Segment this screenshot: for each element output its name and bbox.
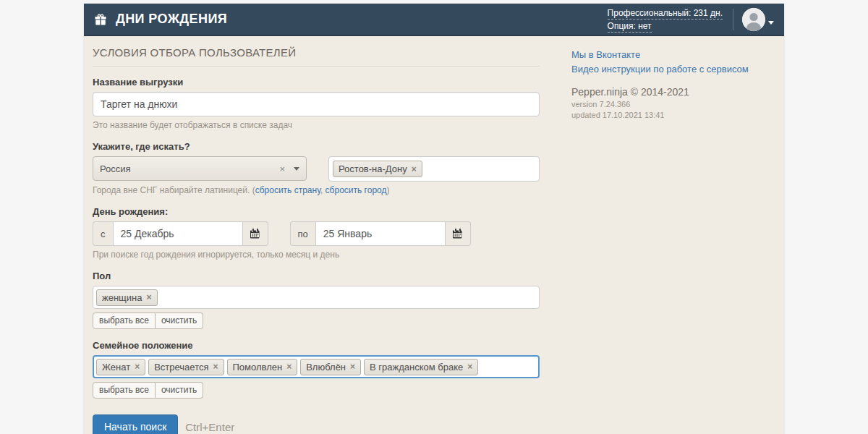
location-help-text: Города вне СНГ набирайте латиницей. ( — [93, 185, 255, 195]
location-help-separator: , — [320, 185, 326, 195]
reset-country-link[interactable]: сбросить страну — [255, 185, 320, 195]
marital-tag-label: Влюблён — [306, 362, 346, 373]
plan-block: Профессиональный: 231 дн. Опция: нет — [608, 7, 723, 33]
export-name-input[interactable] — [93, 92, 540, 116]
marital-tag-label: Помолвлен — [233, 362, 283, 373]
calendar-icon — [453, 229, 463, 239]
date-from-group: с — [93, 221, 268, 246]
date-to-input[interactable] — [315, 221, 446, 246]
export-name-group: Название выгрузки Это название будет ото… — [93, 77, 540, 130]
top-bar: ДНИ РОЖДЕНИЯ Профессиональный: 231 дн. О… — [84, 4, 784, 36]
city-tag-remove-icon[interactable]: × — [412, 164, 417, 174]
hotkey-hint: Ctrl+Enter — [185, 421, 234, 433]
gender-tag-label: женщина — [102, 292, 142, 303]
account-menu[interactable] — [742, 8, 774, 31]
video-instructions-link[interactable]: Видео инструкции по работе с сервисом — [571, 62, 767, 77]
marital-tag-label: В гражданском браке — [370, 362, 463, 373]
marital-tag-remove-icon[interactable]: × — [467, 362, 472, 372]
location-label: Укажите, где искать? — [93, 141, 540, 152]
plan-link[interactable]: Профессиональный: 231 дн. — [608, 8, 723, 20]
avatar — [742, 8, 765, 31]
section-divider — [93, 66, 540, 67]
date-from-calendar-button[interactable] — [243, 221, 268, 246]
app-window: ДНИ РОЖДЕНИЯ Профессиональный: 231 дн. О… — [84, 4, 784, 434]
content-area: УСЛОВИЯ ОТБОРА ПОЛЬЗОВАТЕЛЕЙ Название вы… — [84, 36, 784, 434]
city-input[interactable]: Ростов-на-Дону × — [328, 156, 540, 182]
option-link[interactable]: Опция: нет — [608, 21, 652, 33]
marital-tag-label: Встречается — [154, 362, 208, 373]
country-caret-icon — [294, 167, 299, 171]
gender-label: Пол — [93, 271, 540, 281]
gender-input[interactable]: женщина × — [93, 286, 540, 309]
marital-tag-label: Женат — [102, 362, 130, 373]
start-search-button[interactable]: Начать поиск — [93, 414, 178, 434]
country-remove-icon[interactable]: × — [279, 163, 285, 174]
chevron-down-icon — [768, 21, 774, 25]
marital-tag-remove-icon[interactable]: × — [286, 362, 292, 372]
gender-tag-remove-icon[interactable]: × — [146, 292, 151, 302]
version-text: version 7.24.366 — [571, 100, 767, 109]
marital-tag: Влюблён × — [300, 359, 361, 375]
marital-tag: Встречается × — [148, 359, 224, 375]
marital-tag: Женат × — [96, 359, 145, 375]
date-to-prefix: по — [290, 221, 315, 246]
filter-form: УСЛОВИЯ ОТБОРА ПОЛЬЗОВАТЕЛЕЙ Название вы… — [93, 46, 540, 434]
updated-text: updated 17.10.2021 13:41 — [571, 111, 767, 119]
location-row: Россия × Ростов-на-Дону × — [93, 156, 540, 182]
marital-tag-remove-icon[interactable]: × — [350, 362, 355, 372]
marital-actions: выбрать все очистить — [93, 382, 203, 399]
birthday-label: День рождения: — [93, 206, 540, 217]
location-help-suffix: ) — [387, 185, 390, 195]
topbar-right: Профессиональный: 231 дн. Опция: нет — [608, 7, 774, 33]
birthday-group: День рождения: с — [93, 206, 540, 260]
marital-tag-remove-icon[interactable]: × — [213, 362, 218, 372]
export-name-help: Это название будет отображаться в списке… — [93, 120, 540, 130]
marital-select-all-button[interactable]: выбрать все — [93, 382, 156, 399]
marital-group: Семейное положение Женат × Встречается ×… — [93, 340, 540, 399]
gift-icon — [94, 13, 107, 26]
export-name-label: Название выгрузки — [93, 77, 540, 88]
marital-tag: В гражданском браке × — [364, 359, 478, 375]
reset-city-link[interactable]: сбросить город — [326, 185, 387, 195]
city-tag: Ростов-на-Дону × — [333, 161, 422, 177]
birthday-row: с — [93, 221, 540, 246]
gender-actions: выбрать все очистить — [93, 312, 203, 329]
marital-clear-button[interactable]: очистить — [156, 382, 203, 399]
gender-tag: женщина × — [96, 289, 158, 306]
location-group: Укажите, где искать? Россия × Ростов-на-… — [93, 141, 540, 195]
header-divider — [733, 9, 733, 30]
marital-label: Семейное положение — [93, 340, 540, 351]
gender-group: Пол женщина × выбрать все очистить — [93, 271, 540, 329]
page-title: ДНИ РОЖДЕНИЯ — [116, 12, 227, 27]
date-from-input[interactable] — [113, 221, 243, 246]
gender-select-all-button[interactable]: выбрать все — [93, 312, 156, 329]
country-select[interactable]: Россия × — [93, 156, 307, 181]
marital-tag: Помолвлен × — [227, 359, 298, 375]
location-help: Города вне СНГ набирайте латиницей. (сбр… — [93, 185, 540, 195]
date-from-prefix: с — [93, 221, 113, 246]
section-title: УСЛОВИЯ ОТБОРА ПОЛЬЗОВАТЕЛЕЙ — [93, 46, 540, 59]
copyright: Pepper.ninja © 2014-2021 — [571, 86, 767, 98]
marital-input[interactable]: Женат × Встречается × Помолвлен × Влюблё… — [93, 355, 540, 378]
country-select-value: Россия — [100, 163, 279, 174]
submit-row: Начать поиск Ctrl+Enter — [93, 414, 540, 434]
info-sidebar: Мы в Вконтакте Видео инструкции по работ… — [571, 46, 767, 434]
marital-tag-remove-icon[interactable]: × — [135, 362, 140, 372]
date-to-calendar-button[interactable] — [446, 221, 471, 246]
city-tag-label: Ростов-на-Дону — [339, 163, 407, 174]
calendar-icon — [250, 229, 260, 239]
date-to-group: по — [290, 221, 471, 246]
birthday-help: При поиске год рождения игнорируется, то… — [93, 250, 540, 260]
gender-clear-button[interactable]: очистить — [156, 312, 203, 329]
vk-link[interactable]: Мы в Вконтакте — [571, 48, 767, 62]
